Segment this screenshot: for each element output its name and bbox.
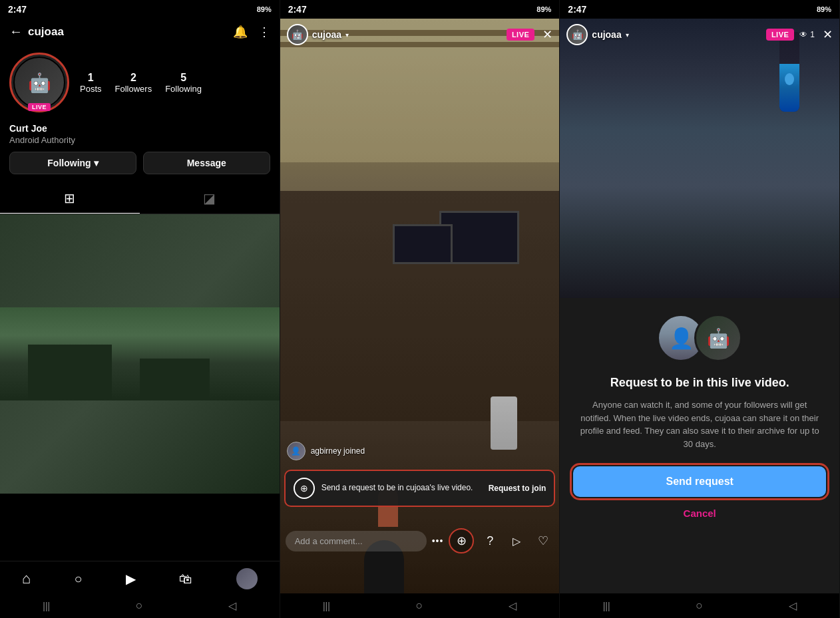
posts-count: 1 [88, 72, 94, 84]
android-home-btn-3[interactable]: ○ [696, 599, 703, 613]
battery-3: 89% [817, 5, 831, 13]
profile-info-section: 🤖 LIVE 1 Posts 2 Followers 5 Following [0, 45, 280, 120]
live-avatar-2: 🤖 [287, 24, 308, 45]
live-header-2: 🤖 cujoaa ▾ LIVE ✕ [280, 24, 560, 45]
chevron-down-icon-2[interactable]: ▾ [345, 31, 349, 39]
profile-buttons: Following ▾ Message [0, 152, 280, 184]
add-to-live-button[interactable]: ⊕ [449, 528, 474, 553]
lava-blob [785, 73, 794, 85]
avatar-container[interactable]: 🤖 LIVE [9, 53, 69, 112]
eye-icon: 👁 [799, 30, 807, 39]
question-icon[interactable]: ? [479, 530, 501, 551]
more-options-icon[interactable]: ⋮ [258, 25, 270, 39]
home-nav-item[interactable]: ⌂ [22, 570, 31, 587]
comment-input[interactable]: Add a comment... [286, 531, 427, 551]
followers-label: Followers [115, 84, 152, 94]
posts-label: Posts [80, 84, 102, 94]
message-button[interactable]: Message [143, 152, 270, 174]
search-nav-item[interactable]: ○ [74, 571, 82, 587]
profile-tabs: ⊞ ◪ [0, 184, 280, 214]
cancel-request-button[interactable]: Cancel [684, 508, 716, 519]
live-video-top: 🤖 cujoaa ▾ LIVE 👁 1 ✕ [560, 19, 839, 298]
android-recent-btn-2[interactable]: ||| [323, 601, 330, 611]
tagged-icon: ◪ [203, 190, 216, 207]
android-recent-btn-3[interactable]: ||| [603, 601, 610, 611]
android-back-btn-3[interactable]: ◁ [789, 599, 797, 612]
close-live-button-3[interactable]: ✕ [823, 27, 833, 42]
android-back-btn[interactable]: ◁ [228, 599, 236, 612]
joined-avatar: 👤 [287, 442, 306, 460]
comment-placeholder: Add a comment... [295, 536, 363, 546]
live-user-info-3: 🤖 cujoaa ▾ [566, 24, 766, 45]
viewer-count: 1 [810, 30, 815, 39]
live-video-background: 🤖 cujoaa ▾ LIVE ✕ 👤 agbirney joined ⊕ Se… [280, 19, 560, 593]
profile-username-header: cujoaa [28, 25, 228, 39]
live-badge-2: LIVE [507, 29, 534, 41]
following-button[interactable]: Following ▾ [9, 152, 136, 174]
request-join-bar: ⊕ Send a request to be in cujoaa's live … [284, 470, 556, 507]
android-recent-btn[interactable]: ||| [43, 601, 50, 611]
profile-panel: 2:47 89% ← cujoaa 🔔 ⋮ 🤖 LIVE 1 Posts 2 [0, 0, 280, 618]
reels-nav-item[interactable]: ▶ [126, 571, 136, 587]
live-header-3: 🤖 cujoaa ▾ LIVE 👁 1 ✕ [560, 24, 839, 45]
back-button[interactable]: ← [9, 24, 23, 39]
request-join-text: Send a request to be in cujoaa's live vi… [321, 483, 482, 494]
battery-1: 89% [257, 5, 272, 13]
android-home-btn-2[interactable]: ○ [416, 599, 423, 613]
status-bar-3: 2:47 89% [560, 0, 839, 19]
notification-icon[interactable]: 🔔 [233, 25, 248, 39]
header-icons: 🔔 ⋮ [233, 25, 270, 39]
post-image [0, 307, 280, 400]
request-modal-panel: 2:47 89% 🤖 cujoaa ▾ LIVE 👁 1 [560, 0, 840, 618]
chevron-down-icon-3[interactable]: ▾ [626, 31, 629, 39]
live-username-3: cujoaa [592, 29, 621, 40]
profile-header: ← cujoaa 🔔 ⋮ [0, 19, 280, 45]
followers-count: 2 [130, 72, 136, 84]
time-1: 2:47 [8, 4, 27, 15]
battery-2: 89% [536, 5, 551, 13]
office-scene [280, 19, 560, 593]
avatar-inner: 🤖 [13, 57, 65, 108]
dim-overlay [280, 19, 560, 593]
request-join-icon: ⊕ [294, 478, 315, 499]
close-live-button-2[interactable]: ✕ [542, 27, 552, 42]
request-to-join-button[interactable]: Request to join [489, 484, 546, 493]
live-bottom-bar: Add a comment... ••• ⊕ ? ▷ ♡ [280, 528, 560, 553]
request-description: Anyone can watch it, and some of your fo… [573, 398, 826, 450]
time-2: 2:47 [288, 4, 307, 15]
android-nav-3: ||| ○ ◁ [560, 593, 839, 618]
like-icon[interactable]: ♡ [532, 530, 554, 551]
send-icon[interactable]: ▷ [506, 530, 527, 551]
android-home-btn[interactable]: ○ [136, 599, 143, 613]
following-count: 5 [180, 72, 186, 84]
posts-grid [0, 214, 280, 494]
tab-tagged[interactable]: ◪ [140, 184, 280, 214]
profile-nav-avatar[interactable] [236, 568, 258, 589]
live-badge-3: LIVE [766, 29, 794, 41]
joined-text: agbirney joined [311, 446, 365, 456]
request-modal: 👤 🤖 Request to be in this live video. An… [560, 298, 839, 593]
status-icons-3: 89% [817, 5, 831, 13]
live-username-2: cujoaa [312, 29, 341, 40]
android-back-btn-2[interactable]: ◁ [509, 599, 517, 612]
following-label: Following [165, 84, 202, 94]
profile-bio: Android Authority [0, 135, 280, 152]
android-nav-1: ||| ○ ◁ [0, 593, 280, 618]
live-badge-avatar: LIVE [28, 103, 51, 111]
post-thumbnail[interactable] [0, 214, 280, 494]
more-options-live[interactable]: ••• [432, 536, 444, 546]
grid-icon: ⊞ [64, 190, 75, 206]
host-avatar: 🤖 [694, 314, 742, 362]
profile-name: Curt Joe [0, 120, 280, 135]
send-request-button[interactable]: Send request [573, 466, 826, 497]
lava-lamp-scene [560, 19, 839, 298]
bottom-nav: ⌂ ○ ▶ 🛍 [0, 561, 280, 593]
viewers-badge: 👁 1 [799, 30, 815, 39]
lava-inner [779, 64, 799, 112]
request-title: Request to be in this live video. [610, 375, 789, 390]
posts-stat: 1 Posts [80, 72, 102, 94]
tab-grid[interactable]: ⊞ [0, 184, 140, 214]
shop-nav-item[interactable]: 🛍 [179, 571, 192, 587]
status-bar-2: 2:47 89% [280, 0, 560, 19]
status-bar-1: 2:47 89% [0, 0, 280, 19]
